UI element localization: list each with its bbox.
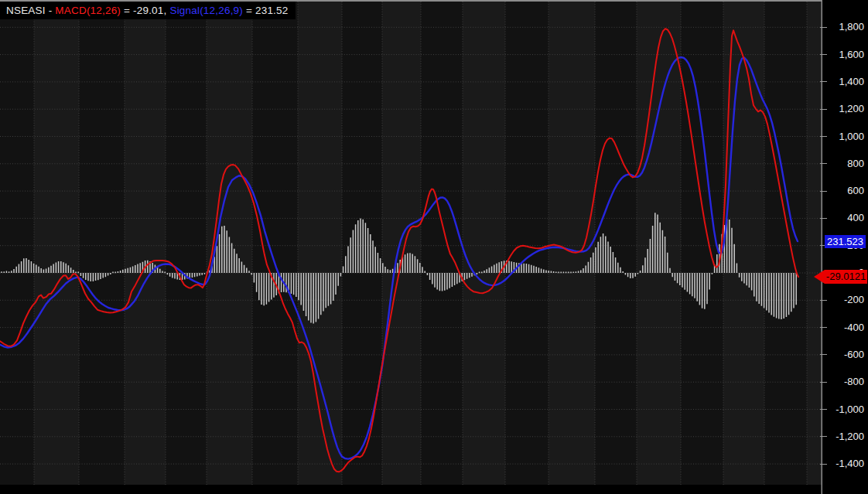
y-axis-label: -800 (824, 376, 864, 387)
y-axis-label: -1,400 (824, 458, 864, 469)
y-axis-label: -400 (824, 322, 864, 333)
y-axis-label: -1,200 (824, 431, 864, 442)
macd-badge-arrow-icon (814, 270, 825, 284)
macd-value-badge: -29.0121 (825, 270, 867, 284)
macd-chart-window: NSEASI - MACD(12,26) = -29.01, Signal(12… (0, 0, 868, 494)
title-segment: = -29.01, (121, 5, 169, 16)
indicator-title: NSEASI - MACD(12,26) = -29.01, Signal(12… (0, 2, 296, 19)
y-axis-label: 1,600 (824, 49, 864, 60)
title-segment: MACD(12,26) (55, 5, 121, 16)
title-segment: = 231.52 (243, 5, 288, 16)
y-axis-label: 600 (824, 185, 864, 196)
y-axis-label: -1,000 (824, 404, 864, 415)
y-axis-label: 400 (824, 212, 864, 223)
y-axis-label: 1,800 (824, 21, 864, 32)
title-segment: NSEASI - (6, 5, 55, 16)
y-axis-label: 800 (824, 158, 864, 169)
signal-value-badge: 231.523 (825, 235, 866, 248)
y-axis-label: 1,000 (824, 131, 864, 142)
y-axis-label: -600 (824, 349, 864, 360)
y-axis-label: -200 (824, 294, 864, 305)
y-axis-label: 1,400 (824, 76, 864, 87)
chart-plot-area[interactable] (0, 0, 823, 494)
title-segment: Signal(12,26,9) (169, 5, 243, 16)
y-axis-label: 1,200 (824, 103, 864, 114)
